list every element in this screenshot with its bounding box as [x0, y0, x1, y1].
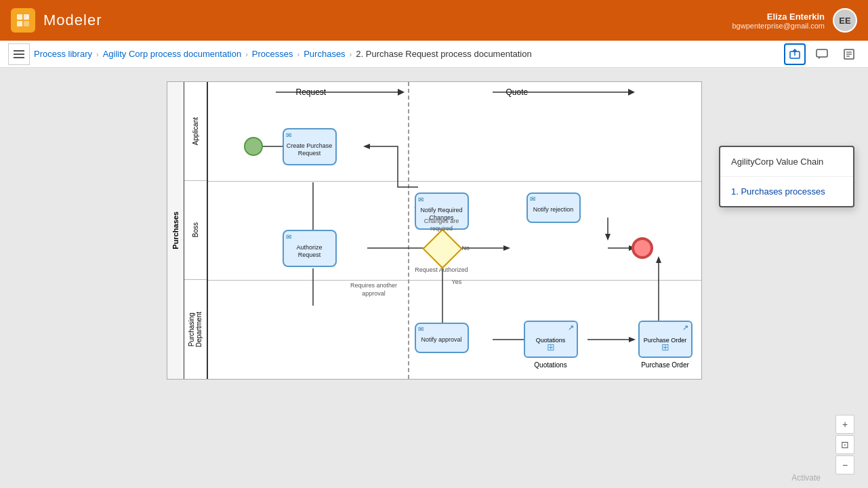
header-right: Eliza Enterkin bgwpenterprise@gmail.com …	[732, 8, 857, 33]
share-button[interactable]	[784, 43, 806, 65]
svg-rect-5	[14, 54, 24, 55]
user-name: Eliza Enterkin	[732, 12, 825, 22]
requires-another-label: Requires another approval	[344, 282, 405, 298]
zoom-in-button[interactable]: +	[835, 415, 854, 434]
task-notify-approval[interactable]: ✉ Notify approval	[415, 323, 469, 353]
bpmn-diagram[interactable]: Purchases Applicant Boss PurchasingDepar…	[167, 81, 702, 380]
breadcrumb-processes[interactable]: Processes	[252, 49, 293, 59]
gateway-label-authorized: Request Authorized	[415, 266, 469, 274]
svg-marker-26	[503, 245, 510, 251]
svg-rect-9	[817, 49, 827, 57]
breadcrumb-current: 2. Purchase Request process documentatio…	[356, 49, 531, 59]
zoom-out-button[interactable]: −	[835, 455, 854, 474]
svg-rect-2	[17, 21, 22, 26]
breadcrumb-sep-3: ›	[297, 50, 300, 58]
header-left: Modeler	[11, 8, 102, 33]
pool-label-container: Purchases	[167, 82, 184, 379]
svg-marker-15	[398, 89, 405, 96]
lane-applicant-label: Applicant	[192, 117, 199, 145]
user-info: Eliza Enterkin bgwpenterprise@gmail.com	[732, 12, 825, 30]
task-create-purchase-request[interactable]: ✉ Create Purchase Request	[283, 128, 337, 165]
lane-purchasing-label: PurchasingDepartment	[188, 312, 203, 347]
breadcrumb-sep-4: ›	[350, 50, 352, 58]
user-email: bgwpenterprise@gmail.com	[732, 22, 825, 30]
lane-boss: Boss	[184, 181, 207, 280]
gateway-label-no: No	[462, 245, 470, 251]
gateway-diamond	[422, 228, 462, 268]
end-event	[632, 237, 653, 259]
app-logo	[11, 8, 35, 33]
diagram-container: Purchases Applicant Boss PurchasingDepar…	[0, 68, 868, 488]
purchase-order-label: Purchase Order	[638, 361, 693, 369]
svg-marker-17	[628, 89, 635, 96]
breadcrumb-agility-corp[interactable]: Agility Corp process documentation	[103, 49, 242, 59]
lane-divider-1	[208, 181, 701, 182]
task-quotations[interactable]: ↗ ⊞ Quotations	[524, 321, 578, 358]
start-event	[244, 137, 263, 156]
task-notify-rejection[interactable]: ✉ Notify rejection	[526, 192, 581, 223]
svg-rect-0	[17, 14, 22, 20]
quotations-label: Quotations	[524, 361, 578, 369]
popup-item-purchases-processes[interactable]: 1. Purchases processes	[720, 177, 853, 206]
breadcrumb-process-library[interactable]: Process library	[34, 49, 92, 59]
lane-labels: Applicant Boss PurchasingDepartment	[184, 82, 208, 379]
lane-applicant: Applicant	[184, 82, 207, 181]
popup-item-value-chain[interactable]: AgilityCorp Value Chain	[720, 147, 853, 177]
gateway-label-yes: Yes	[452, 279, 462, 285]
svg-rect-4	[14, 50, 24, 52]
svg-marker-37	[656, 256, 661, 263]
activate-watermark: Activate	[791, 473, 821, 483]
publish-button[interactable]	[838, 43, 860, 65]
breadcrumb-purchases[interactable]: Purchases	[304, 49, 345, 59]
lane-boss-label: Boss	[192, 222, 199, 237]
comment-button[interactable]	[811, 43, 833, 65]
main-area: Purchases Applicant Boss PurchasingDepar…	[0, 68, 868, 488]
svg-marker-24	[363, 144, 370, 149]
svg-rect-1	[24, 14, 29, 20]
dashed-separator	[408, 82, 409, 379]
breadcrumb-sep-1: ›	[96, 50, 99, 58]
pool-label: Purchases	[171, 211, 180, 249]
app-header: Modeler Eliza Enterkin bgwpenterprise@gm…	[0, 0, 868, 41]
svg-rect-6	[14, 57, 24, 58]
diagram-content: Request Quote	[208, 82, 701, 379]
breadcrumb-sep-2: ›	[245, 50, 248, 58]
lane-purchasing: PurchasingDepartment	[184, 280, 207, 379]
task-purchase-order[interactable]: ↗ ⊞ Purchase Order	[638, 321, 693, 358]
breadcrumb-actions	[784, 43, 860, 65]
breadcrumb-bar: Process library › Agility Corp process d…	[0, 41, 868, 68]
app-name: Modeler	[43, 12, 102, 29]
section-arrows	[208, 82, 701, 102]
popup-panel: AgilityCorp Value Chain 1. Purchases pro…	[719, 146, 854, 207]
sidebar-toggle-button[interactable]	[8, 43, 30, 65]
zoom-fit-button[interactable]: ⊡	[835, 435, 854, 454]
user-avatar[interactable]: EE	[833, 8, 857, 33]
svg-marker-35	[605, 234, 611, 241]
zoom-controls: + ⊡ −	[835, 415, 854, 474]
task-authorize-request[interactable]: ✉ Authorize Request	[283, 230, 337, 267]
svg-marker-32	[629, 337, 636, 342]
svg-rect-3	[24, 21, 29, 26]
gateway-label-changes: Changes are required	[415, 218, 469, 232]
